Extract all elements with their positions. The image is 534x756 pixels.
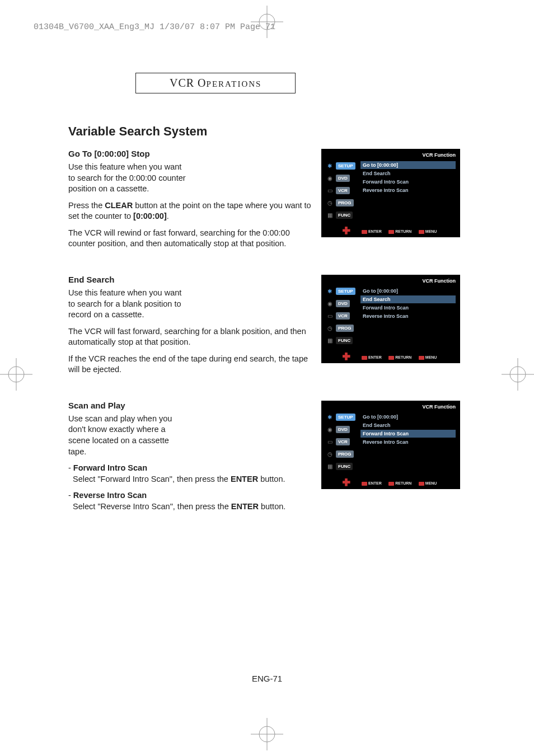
osd-sidebar: ✱SETUP ◉DVD ▭VCR ◷PROG ▦FUNC [325, 286, 358, 348]
clock-icon: ◷ [325, 450, 335, 459]
osd-menu-item-rev: Reverse Intro Scan [360, 438, 456, 446]
osd-menu-item-goto: Go to [0:00:00] [360, 413, 456, 421]
osd-footer-enter: ENTER [368, 481, 382, 485]
osd-sidebar-setup: SETUP [336, 414, 355, 421]
text-end-p2: The VCR will fast forward, searching for… [68, 326, 326, 348]
osd-footer: ENTER RETURN MENU [321, 225, 460, 235]
osd-sidebar: ✱SETUP ◉DVD ▭VCR ◷PROG ▦FUNC [325, 412, 358, 473]
section-end-search: VCR Function ✱SETUP ◉DVD ▭VCR ◷PROG ▦FUN… [68, 275, 460, 375]
text-goto-p2: Press the CLEAR button at the point on t… [68, 200, 326, 222]
osd-menu-item-fwd: Forward Intro Scan [360, 178, 456, 186]
osd-footer-menu: MENU [425, 481, 437, 485]
text-scan-p1: Use scan and play when you don't know ex… [68, 414, 186, 457]
osd-menu-item-end: End Search [360, 421, 456, 429]
osd-menu-item-fwd: Forward Intro Scan [360, 304, 456, 312]
clock-icon: ◷ [325, 198, 335, 207]
page-content: VCR OPERATIONS Variable Search System VC… [68, 73, 460, 537]
registration-mark-icon [251, 6, 283, 38]
disc-icon: ◉ [325, 299, 335, 308]
osd-menu: Go to [0:00:00] End Search Forward Intro… [360, 287, 456, 321]
osd-screenshot-end: VCR Function ✱SETUP ◉DVD ▭VCR ◷PROG ▦FUN… [321, 275, 460, 363]
text-goto-p1: Use this feature when you want to search… [68, 162, 186, 195]
osd-window-title: VCR Function [423, 152, 456, 158]
osd-footer: ENTER RETURN MENU [321, 351, 460, 361]
osd-footer-menu: MENU [425, 355, 437, 359]
gear-icon: ✱ [325, 413, 335, 422]
chapter-title-box: VCR OPERATIONS [135, 73, 296, 93]
section-scan-play: VCR Function ✱SETUP ◉DVD ▭VCR ◷PROG ▦FUN… [68, 401, 460, 513]
osd-sidebar-vcr: VCR [336, 187, 350, 194]
grid-icon: ▦ [325, 462, 335, 471]
osd-screenshot-scan: VCR Function ✱SETUP ◉DVD ▭VCR ◷PROG ▦FUN… [321, 401, 460, 489]
cassette-icon: ▭ [325, 312, 335, 321]
dpad-icon [343, 353, 350, 360]
text-goto-p3: The VCR will rewind or fast forward, sea… [68, 228, 326, 250]
osd-menu-item-rev: Reverse Intro Scan [360, 186, 456, 194]
osd-menu: Go to [0:00:00] End Search Forward Intro… [360, 413, 456, 447]
section-goto: VCR Function ✱SETUP ◉DVD ▭VCR ◷PROG ▦FUN… [68, 149, 460, 250]
osd-footer-return: RETURN [395, 355, 411, 359]
registration-mark-icon [502, 358, 534, 391]
dpad-icon [343, 478, 350, 486]
osd-sidebar-func: FUNC [336, 463, 353, 470]
print-header-line: 01304B_V6700_XAA_Eng3_MJ 1/30/07 8:07 PM… [34, 22, 275, 32]
osd-menu-item-end: End Search [360, 295, 456, 303]
osd-window-title: VCR Function [423, 278, 456, 284]
osd-sidebar-prog: PROG [336, 325, 354, 332]
text-scan-fwd: - Forward Intro Scan Select "Forward Int… [68, 463, 326, 485]
osd-sidebar: ✱SETUP ◉DVD ▭VCR ◷PROG ▦FUNC [325, 160, 358, 222]
osd-sidebar-setup: SETUP [336, 162, 355, 170]
page-number: ENG-71 [0, 674, 534, 683]
osd-sidebar-func: FUNC [336, 337, 353, 344]
disc-icon: ◉ [325, 425, 335, 434]
cassette-icon: ▭ [325, 438, 335, 447]
osd-menu-item-fwd: Forward Intro Scan [360, 430, 456, 438]
text-end-p3: If the VCR reaches the end of the tape d… [68, 354, 326, 375]
osd-footer-return: RETURN [395, 229, 411, 233]
osd-footer: ENTER RETURN MENU [321, 477, 460, 487]
osd-window-title: VCR Function [423, 404, 456, 410]
osd-menu: Go to [0:00:00] End Search Forward Intro… [360, 161, 456, 195]
osd-footer-return: RETURN [395, 481, 411, 485]
gear-icon: ✱ [325, 161, 335, 170]
page-title: Variable Search System [68, 124, 460, 139]
osd-menu-item-end: End Search [360, 170, 456, 177]
osd-sidebar-dvd: DVD [336, 175, 350, 182]
osd-footer-enter: ENTER [368, 355, 382, 359]
osd-sidebar-prog: PROG [336, 450, 354, 458]
osd-footer-enter: ENTER [368, 229, 382, 233]
osd-menu-item-goto: Go to [0:00:00] [360, 161, 456, 169]
osd-screenshot-goto: VCR Function ✱SETUP ◉DVD ▭VCR ◷PROG ▦FUN… [321, 149, 460, 237]
clock-icon: ◷ [325, 324, 335, 333]
disc-icon: ◉ [325, 173, 335, 182]
grid-icon: ▦ [325, 336, 335, 345]
chapter-title-part1: VCR O [170, 77, 207, 89]
osd-sidebar-dvd: DVD [336, 426, 350, 433]
cassette-icon: ▭ [325, 186, 335, 195]
registration-mark-icon [251, 718, 283, 750]
osd-menu-item-goto: Go to [0:00:00] [360, 287, 456, 295]
osd-sidebar-prog: PROG [336, 199, 354, 206]
osd-sidebar-setup: SETUP [336, 288, 355, 295]
grid-icon: ▦ [325, 210, 335, 219]
osd-sidebar-vcr: VCR [336, 438, 350, 445]
osd-footer-menu: MENU [425, 229, 437, 233]
dpad-icon [343, 227, 350, 234]
text-scan-rev: - Reverse Intro Scan Select "Reverse Int… [68, 490, 326, 512]
registration-mark-icon [0, 358, 32, 391]
osd-sidebar-func: FUNC [336, 212, 353, 219]
osd-sidebar-dvd: DVD [336, 300, 350, 307]
chapter-title-part2: PERATIONS [207, 79, 262, 88]
gear-icon: ✱ [325, 287, 335, 296]
osd-sidebar-vcr: VCR [336, 312, 350, 320]
osd-menu-item-rev: Reverse Intro Scan [360, 312, 456, 320]
text-end-p1: Use this feature when you want to search… [68, 288, 186, 321]
